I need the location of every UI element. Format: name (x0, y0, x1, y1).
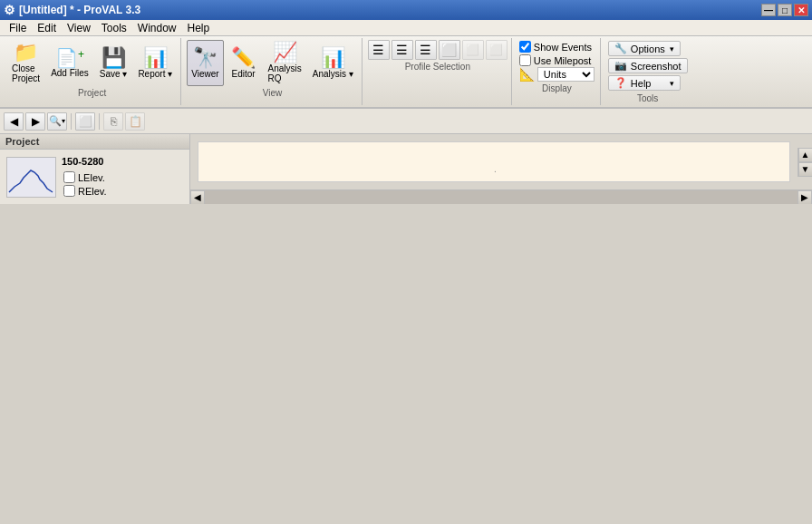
view-group-label: View (187, 88, 358, 98)
analysis-icon: 📊 (321, 48, 345, 68)
chart-area: . ▲ ▼ (190, 134, 812, 189)
viewer-button[interactable]: 🔭 Viewer (187, 40, 223, 86)
use-milepost-row: Use Milepost (519, 53, 594, 67)
title-bar: ⚙ [Untitled] * - ProVAL 3.3 — □ ✕ (0, 0, 812, 20)
relev-checkbox[interactable] (63, 185, 75, 197)
editor-icon: ✏️ (231, 48, 256, 68)
scrollbar-right[interactable]: ▲ ▼ (798, 148, 812, 177)
profile-selection-icons: ☰ ☰ ☰ ⬜ ⬜ ⬜ (368, 40, 508, 60)
back-button[interactable]: ◀ (4, 112, 24, 131)
options-icon: 🔧 (614, 43, 627, 54)
scroll-right-button[interactable]: ▶ (798, 190, 812, 205)
analysis-rq-icon: 📈 (273, 43, 297, 63)
units-select[interactable]: Units English Metric (537, 67, 594, 82)
show-events-label: Show Events (534, 42, 592, 53)
main-content: Project 150-5280 LElev. (0, 134, 812, 204)
tools-group-label: Tools (608, 93, 688, 103)
scroll-down-button[interactable]: ▼ (798, 162, 813, 177)
options-row: 🔧 Options ▾ (608, 40, 688, 57)
app-title: [Untitled] * - ProVAL 3.3 (19, 4, 140, 16)
title-bar-left: ⚙ [Untitled] * - ProVAL 3.3 (4, 3, 140, 17)
lelev-label: LElev. (78, 172, 105, 183)
view-full-button[interactable]: ⬜ (75, 112, 95, 131)
use-milepost-label: Use Milepost (534, 55, 592, 66)
left-panel: Project 150-5280 LElev. (0, 134, 190, 204)
options-button[interactable]: 🔧 Options ▾ (608, 41, 681, 56)
project-header-label: Project (5, 136, 39, 147)
menu-window[interactable]: Window (132, 21, 182, 35)
toolbar-group-tools: 🔧 Options ▾ 📷 Screenshot ❓ Help ▾ Tools (603, 38, 693, 105)
save-icon: 💾 (102, 48, 126, 68)
scroll-track-horizontal (205, 190, 798, 204)
menu-tools[interactable]: Tools (96, 21, 132, 35)
toolbar: 📁 CloseProject 📄+ Add Files 💾 Save ▾ 📊 R… (0, 36, 812, 109)
analysis-button[interactable]: 📊 Analysis ▾ (308, 40, 358, 86)
profile-selection-label: Profile Selection (368, 62, 508, 72)
segment-thumbnail (6, 157, 56, 198)
analysis-rq-button[interactable]: 📈 AnalysisRQ (264, 40, 306, 86)
forward-button[interactable]: ▶ (25, 112, 45, 131)
track-item-relev: RElev. (62, 184, 109, 198)
show-events-checkbox[interactable] (519, 41, 531, 53)
profile-icon-5[interactable]: ⬜ (462, 40, 484, 60)
relev-label: RElev. (78, 186, 107, 197)
copy-button[interactable]: ⎘ (103, 112, 123, 131)
report-button[interactable]: 📊 Report ▾ (133, 40, 177, 86)
toolbar-group-view: 🔭 Viewer ✏️ Editor 📈 AnalysisRQ 📊 Analys… (183, 38, 362, 105)
help-button[interactable]: ❓ Help ▾ (608, 75, 681, 91)
profile-icon-1[interactable]: ☰ (368, 40, 390, 60)
toolbar-group-profile-selection: ☰ ☰ ☰ ⬜ ⬜ ⬜ Profile Selection (364, 38, 512, 105)
screenshot-row: 📷 Screenshot (608, 57, 688, 74)
menu-bar: File Edit View Tools Window Help (0, 20, 812, 36)
toolbar-group-project: 📁 CloseProject 📄+ Add Files 💾 Save ▾ 📊 R… (4, 38, 181, 105)
lelev-checkbox[interactable] (63, 171, 75, 183)
track-item-lelev: LElev. (62, 170, 109, 184)
list-item[interactable]: 150-5280 LElev. RElev. (4, 153, 186, 200)
editor-button[interactable]: ✏️ Editor (226, 40, 262, 86)
paste-button[interactable]: 📋 (125, 112, 145, 131)
toolbar-group-display: Show Events Use Milepost 📐 Units English… (514, 38, 601, 105)
app-icon: ⚙ (4, 3, 15, 17)
close-project-icon: 📁 (14, 43, 38, 63)
menu-file[interactable]: File (4, 21, 32, 35)
nav-sep-1 (71, 113, 72, 130)
close-project-button[interactable]: 📁 CloseProject (7, 40, 44, 86)
menu-help[interactable]: Help (182, 21, 216, 35)
scroll-up-button[interactable]: ▲ (798, 148, 813, 162)
view-area: . ▲ ▼ ◀ ▶ (190, 134, 812, 204)
menu-view[interactable]: View (62, 21, 96, 35)
options-label: Options (631, 44, 665, 54)
close-button[interactable]: ✕ (794, 4, 808, 16)
project-group-label: Project (7, 88, 177, 98)
help-icon: ❓ (614, 77, 627, 89)
options-dropdown-icon: ▾ (670, 44, 674, 53)
scroll-left-button[interactable]: ◀ (190, 190, 205, 205)
segment-label: 150-5280 (62, 156, 109, 167)
help-dropdown-icon: ▾ (670, 79, 674, 88)
chart-canvas: . (198, 141, 790, 182)
profile-icon-3[interactable]: ☰ (415, 40, 437, 60)
svg-rect-0 (7, 158, 55, 197)
units-row: 📐 Units English Metric (519, 67, 594, 82)
use-milepost-checkbox[interactable] (519, 54, 531, 66)
add-files-button[interactable]: 📄+ Add Files (46, 40, 93, 86)
save-button[interactable]: 💾 Save ▾ (95, 40, 132, 86)
track-list: LElev. RElev. (62, 170, 109, 198)
units-icon: 📐 (519, 67, 535, 82)
viewer-icon: 🔭 (193, 48, 218, 68)
title-bar-controls[interactable]: — □ ✕ (761, 4, 808, 16)
show-events-row: Show Events (519, 40, 594, 53)
screenshot-button[interactable]: 📷 Screenshot (608, 58, 688, 73)
profile-icon-6[interactable]: ⬜ (486, 40, 508, 60)
scrollbar-bottom[interactable]: ◀ ▶ (190, 189, 812, 204)
display-group-label: Display (519, 83, 594, 93)
screenshot-icon: 📷 (614, 60, 627, 72)
profile-icon-4[interactable]: ⬜ (439, 40, 460, 60)
menu-edit[interactable]: Edit (32, 21, 62, 35)
maximize-button[interactable]: □ (778, 4, 792, 16)
profile-icon-2[interactable]: ☰ (392, 40, 413, 60)
segment-info: 150-5280 LElev. RElev. (62, 156, 109, 198)
zoom-button[interactable]: 🔍▾ (47, 112, 67, 131)
help-label: Help (631, 78, 652, 89)
minimize-button[interactable]: — (761, 4, 776, 16)
